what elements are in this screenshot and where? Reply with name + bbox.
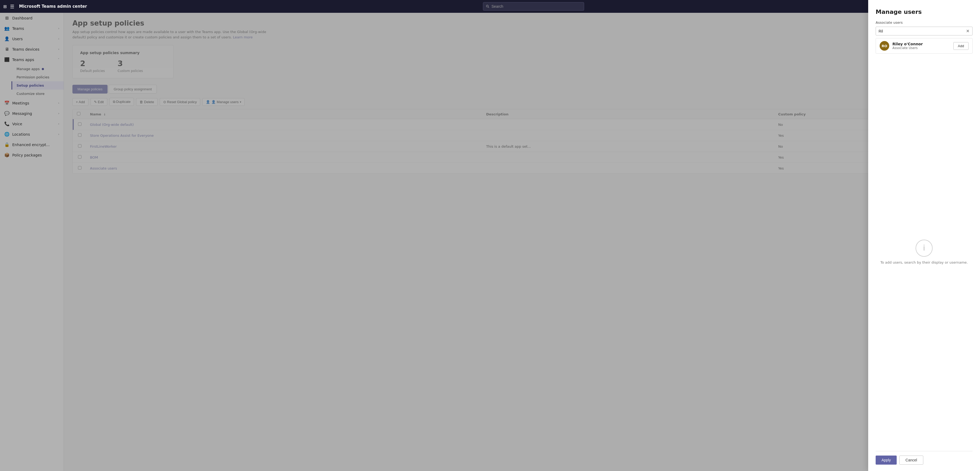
apply-button[interactable]: Apply — [876, 455, 897, 465]
user-search-input[interactable]: Ril — [878, 29, 964, 34]
hamburger-icon[interactable]: ☰ — [10, 4, 14, 10]
user-search-box: Ril ✕ — [876, 27, 972, 35]
search-bar: Search — [483, 2, 584, 11]
user-avatar: RO — [880, 41, 889, 51]
app-grid-icon[interactable]: ⊞ — [3, 4, 6, 9]
manage-users-panel: Manage users Associate users Ril ✕ RO Ri… — [868, 0, 980, 471]
user-name: Riley o'Connor — [892, 42, 950, 46]
topbar: ⊞ ☰ Microsoft Teams admin center Search — [0, 0, 980, 13]
user-info: Riley o'Connor Associate Users — [892, 42, 950, 50]
associate-users-label: Associate users — [876, 21, 972, 24]
app-title: Microsoft Teams admin center — [19, 4, 87, 9]
search-icon — [486, 5, 489, 8]
panel-title: Manage users — [876, 8, 972, 15]
info-placeholder: i To add users, search by their display … — [876, 56, 972, 449]
overlay[interactable] — [0, 13, 980, 471]
cancel-button[interactable]: Cancel — [899, 455, 923, 465]
user-result-item: RO Riley o'Connor Associate Users Add — [876, 38, 972, 54]
info-text: To add users, search by their display or… — [880, 260, 968, 265]
clear-search-button[interactable]: ✕ — [966, 29, 970, 34]
svg-point-0 — [486, 5, 488, 7]
search-input[interactable]: Search — [492, 4, 581, 8]
panel-footer: Apply Cancel — [876, 451, 972, 465]
user-role: Associate Users — [892, 46, 950, 50]
add-user-button[interactable]: Add — [953, 42, 969, 50]
svg-line-1 — [488, 7, 489, 8]
info-circle-icon: i — [916, 239, 932, 257]
